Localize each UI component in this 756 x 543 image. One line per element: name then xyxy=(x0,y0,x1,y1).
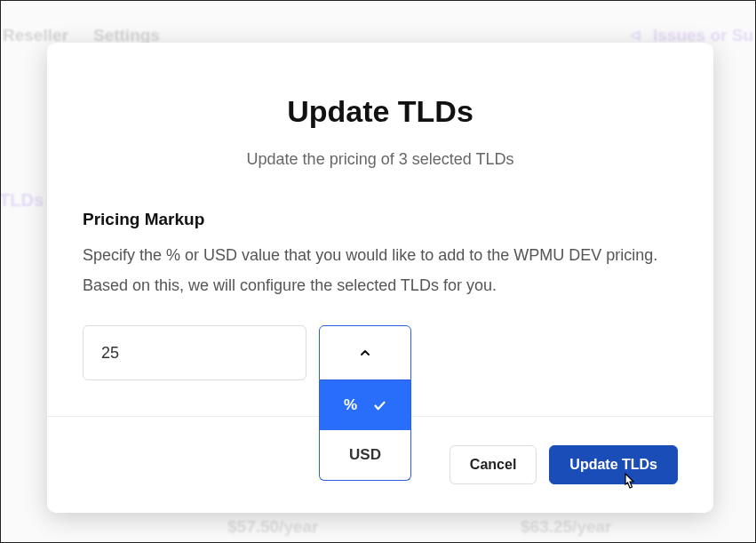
unit-option-usd[interactable]: USD xyxy=(320,430,410,480)
unit-option-usd-label: USD xyxy=(349,446,381,464)
update-tlds-button[interactable]: Update TLDs xyxy=(549,445,678,484)
unit-option-percent[interactable]: % xyxy=(320,380,410,430)
chevron-up-icon xyxy=(358,346,372,360)
modal-title: Update TLDs xyxy=(83,94,678,129)
markup-unit-select[interactable] xyxy=(319,325,411,380)
markup-value-input[interactable] xyxy=(83,325,306,380)
markup-unit-dropdown: % USD xyxy=(319,380,411,481)
pricing-markup-description: Specify the % or USD value that you woul… xyxy=(83,240,678,300)
modal-subtitle: Update the pricing of 3 selected TLDs xyxy=(83,150,678,169)
pricing-markup-label: Pricing Markup xyxy=(83,210,678,229)
update-tlds-modal: Update TLDs Update the pricing of 3 sele… xyxy=(47,43,713,513)
check-icon xyxy=(373,399,386,412)
unit-option-percent-label: % xyxy=(344,396,357,414)
cancel-button[interactable]: Cancel xyxy=(450,445,537,484)
